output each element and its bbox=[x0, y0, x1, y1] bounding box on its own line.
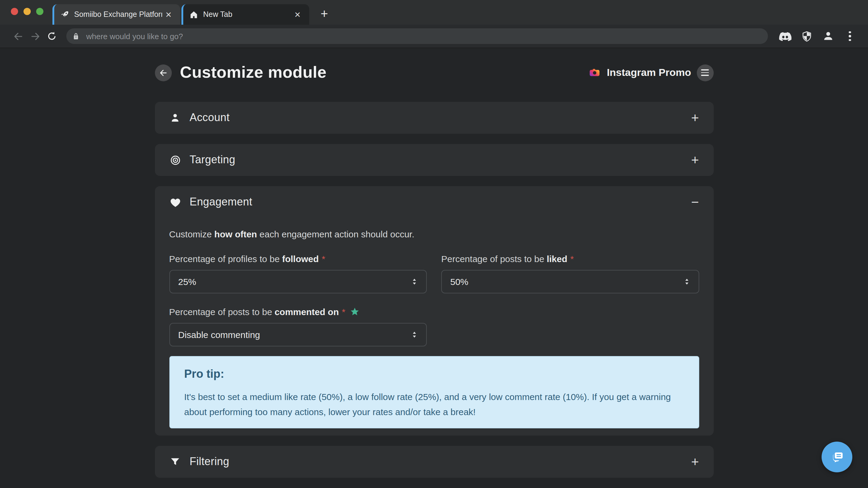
chat-support-button[interactable] bbox=[822, 442, 852, 472]
comment-rate-label: Percentage of posts to becommented on* bbox=[169, 307, 427, 317]
tab-close-icon[interactable]: ✕ bbox=[291, 9, 304, 20]
back-button[interactable] bbox=[10, 28, 27, 44]
navigation-bar bbox=[0, 25, 868, 48]
chat-bubbles-icon bbox=[829, 449, 845, 465]
section-label: Filtering bbox=[190, 455, 229, 468]
premium-star-icon bbox=[350, 307, 360, 317]
expand-icon[interactable]: + bbox=[691, 111, 699, 124]
lock-icon bbox=[72, 32, 80, 40]
expand-icon[interactable]: + bbox=[691, 455, 699, 468]
tab-strip: Somiibo Exchange Platform ✕ New Tab ✕ + bbox=[53, 4, 333, 25]
profile-button[interactable] bbox=[820, 28, 837, 44]
like-rate-select[interactable]: 50% bbox=[441, 270, 699, 293]
tab-title: New Tab bbox=[203, 10, 291, 19]
target-icon bbox=[169, 154, 181, 166]
minimize-window-button[interactable] bbox=[24, 8, 31, 15]
tab-new-tab[interactable]: New Tab ✕ bbox=[181, 4, 309, 25]
discord-button[interactable] bbox=[776, 28, 793, 44]
navbar-actions bbox=[776, 28, 858, 44]
rocket-icon bbox=[60, 10, 69, 19]
url-input[interactable] bbox=[85, 31, 764, 41]
like-rate-field: Percentage of posts to beliked* 50% bbox=[441, 254, 699, 293]
section-account-header[interactable]: Account + bbox=[155, 102, 713, 134]
section-label: Engagement bbox=[190, 196, 252, 208]
user-icon bbox=[169, 112, 181, 124]
traffic-lights bbox=[11, 8, 43, 15]
kebab-menu-icon bbox=[849, 31, 851, 41]
instagram-icon bbox=[589, 66, 601, 79]
expand-icon[interactable]: + bbox=[691, 153, 699, 167]
heart-icon bbox=[169, 196, 181, 208]
engagement-intro: Customize how often each engagement acti… bbox=[169, 229, 699, 239]
kebab-menu-button[interactable] bbox=[841, 28, 858, 44]
reload-button[interactable] bbox=[43, 28, 60, 44]
close-window-button[interactable] bbox=[11, 8, 18, 15]
section-engagement: Engagement − Customize how often each en… bbox=[155, 186, 713, 435]
select-arrows-icon bbox=[410, 330, 419, 339]
module-name: Instagram Promo bbox=[607, 67, 691, 78]
required-asterisk: * bbox=[322, 254, 326, 264]
section-targeting: Targeting + bbox=[155, 144, 713, 176]
pro-tip-callout: Pro tip: It's best to set a medium like … bbox=[169, 356, 699, 428]
page-content: Customize module Instagram Promo Account bbox=[0, 48, 868, 488]
collapse-icon[interactable]: − bbox=[691, 195, 699, 209]
tab-close-icon[interactable]: ✕ bbox=[162, 9, 175, 20]
section-targeting-header[interactable]: Targeting + bbox=[155, 144, 713, 176]
shield-button[interactable] bbox=[798, 28, 815, 44]
section-filtering: Filtering + bbox=[155, 446, 713, 478]
required-asterisk: * bbox=[342, 307, 345, 317]
home-icon bbox=[189, 10, 198, 19]
section-label: Targeting bbox=[190, 154, 236, 166]
select-arrows-icon bbox=[682, 277, 691, 286]
page-header: Customize module Instagram Promo bbox=[155, 63, 713, 82]
follow-rate-label: Percentage of profiles to befollowed* bbox=[169, 254, 427, 264]
module-menu-button[interactable] bbox=[696, 64, 713, 81]
forward-button[interactable] bbox=[27, 28, 43, 44]
page-title: Customize module bbox=[180, 63, 327, 82]
pro-tip-title: Pro tip: bbox=[184, 367, 684, 381]
comment-rate-field: Percentage of posts to becommented on* D… bbox=[169, 307, 427, 347]
like-rate-label: Percentage of posts to beliked* bbox=[441, 254, 699, 264]
section-engagement-header[interactable]: Engagement − bbox=[155, 186, 713, 218]
section-filtering-header[interactable]: Filtering + bbox=[155, 446, 713, 478]
url-bar[interactable] bbox=[66, 28, 768, 44]
titlebar: Somiibo Exchange Platform ✕ New Tab ✕ + bbox=[0, 0, 868, 25]
follow-rate-field: Percentage of profiles to befollowed* 25… bbox=[169, 254, 427, 293]
follow-rate-select[interactable]: 25% bbox=[169, 270, 427, 293]
section-label: Account bbox=[190, 111, 230, 124]
engagement-body: Customize how often each engagement acti… bbox=[155, 218, 713, 435]
hamburger-icon bbox=[701, 70, 709, 71]
tab-somiibo-exchange[interactable]: Somiibo Exchange Platform ✕ bbox=[53, 4, 180, 25]
back-circle-button[interactable] bbox=[155, 64, 172, 81]
browser-window: Somiibo Exchange Platform ✕ New Tab ✕ + bbox=[0, 0, 868, 488]
section-account: Account + bbox=[155, 102, 713, 134]
comment-rate-select[interactable]: Disable commenting bbox=[169, 323, 427, 347]
select-arrows-icon bbox=[410, 277, 419, 286]
new-tab-button[interactable]: + bbox=[315, 5, 333, 23]
pro-tip-body: It's best to set a medium like rate (50%… bbox=[184, 389, 684, 419]
tab-title: Somiibo Exchange Platform bbox=[74, 10, 162, 19]
maximize-window-button[interactable] bbox=[36, 8, 43, 15]
funnel-icon bbox=[169, 456, 181, 468]
required-asterisk: * bbox=[570, 254, 574, 264]
